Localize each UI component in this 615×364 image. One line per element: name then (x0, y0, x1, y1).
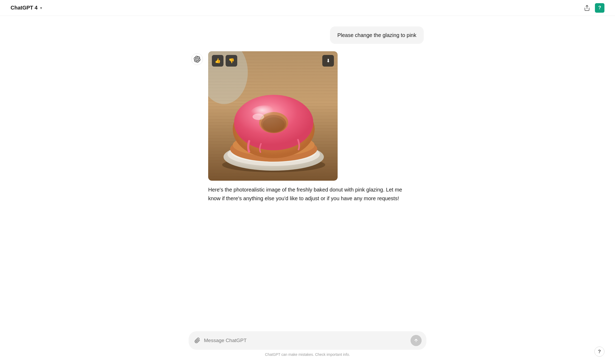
assistant-text: Here's the photorealistic image of the f… (208, 185, 409, 203)
input-bar (189, 331, 426, 350)
share-icon (584, 5, 590, 11)
avatar (191, 53, 203, 65)
disclaimer-text: ChatGPT can make mistakes. Check importa… (265, 352, 350, 357)
download-button[interactable]: ⬇ (322, 55, 334, 67)
header-right: ? (584, 3, 604, 13)
help-button[interactable]: ? (595, 3, 604, 13)
dropdown-chevron-icon[interactable]: ▾ (40, 6, 42, 10)
image-actions-left: 👍 👎 (212, 55, 237, 67)
download-icon: ⬇ (326, 58, 330, 64)
send-icon (414, 338, 418, 343)
user-message-row: Please change the glazing to pink (181, 26, 434, 44)
input-bar-container: ChatGPT can make mistakes. Check importa… (0, 326, 615, 364)
header-left: ChatGPT 4 ▾ (11, 5, 42, 11)
chat-container: Please change the glazing to pink (181, 16, 434, 240)
message-input[interactable] (204, 338, 407, 343)
send-button[interactable] (411, 335, 422, 346)
svg-point-22 (234, 95, 313, 150)
thumbs-down-button[interactable]: 👎 (226, 55, 237, 67)
share-button[interactable] (584, 5, 590, 11)
thumbs-down-icon: 👎 (229, 58, 234, 64)
assistant-message-row: 👍 👎 ⬇ Here's the photorealistic image of… (181, 51, 434, 203)
app-title: ChatGPT 4 (11, 5, 38, 11)
thumbs-up-button[interactable]: 👍 (212, 55, 223, 67)
attach-button[interactable] (194, 338, 200, 343)
thumbs-up-icon: 👍 (215, 58, 221, 64)
header: ChatGPT 4 ▾ ? (0, 0, 615, 16)
bottom-help-button[interactable]: ? (594, 347, 604, 357)
assistant-content: 👍 👎 ⬇ Here's the photorealistic image of… (208, 51, 409, 203)
image-actions-right: ⬇ (322, 55, 334, 67)
generated-image-wrapper: 👍 👎 ⬇ (208, 51, 338, 181)
user-bubble: Please change the glazing to pink (330, 26, 424, 44)
paperclip-icon (194, 338, 200, 343)
openai-logo-icon (194, 56, 201, 63)
donut-image (208, 51, 338, 181)
